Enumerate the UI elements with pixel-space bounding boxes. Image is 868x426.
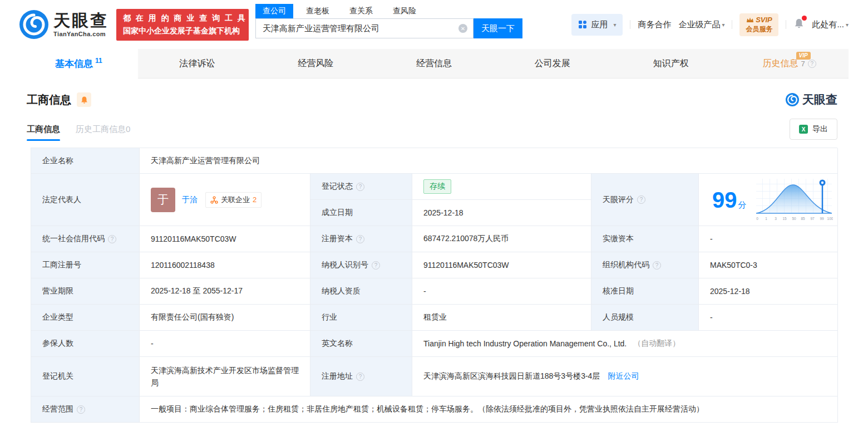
business-cooperation-link[interactable]: 商务合作: [638, 19, 671, 30]
enterprise-products-label: 企业级产品: [678, 19, 720, 30]
tab-basic-info[interactable]: 基本信息 11: [19, 49, 138, 79]
promo-line2: 国家中小企业发展子基金旗下机构: [123, 26, 242, 36]
field-value-taxpayer-id: 91120116MAK50TC03W: [412, 252, 591, 278]
subscribe-bell-icon[interactable]: [77, 92, 91, 107]
svip-member-button[interactable]: SVIP 会员服务: [739, 13, 778, 36]
promo-banner[interactable]: 都 在 用 的 商 业 查 询 工 具 国家中小企业发展子基金旗下机构: [116, 9, 249, 41]
help-icon[interactable]: ?: [356, 373, 364, 381]
watermark-text: 天眼查: [802, 92, 837, 107]
field-value-approval-date: 2025-12-18: [699, 278, 838, 305]
svg-text:15: 15: [782, 217, 787, 221]
field-value-registered-address: 天津滨海高新区滨海科技园日新道188号3号楼3-4层 附近公司: [412, 357, 838, 396]
field-label-approval-date: 核准日期: [591, 278, 699, 305]
export-button[interactable]: X 导出: [790, 119, 837, 140]
help-icon[interactable]: ?: [77, 405, 85, 414]
field-label-industry: 行业: [310, 305, 412, 331]
legal-rep-avatar[interactable]: 于: [151, 188, 175, 212]
tab-label: 知识产权: [653, 58, 689, 70]
svg-text:1: 1: [765, 217, 767, 221]
help-icon[interactable]: ?: [653, 261, 661, 270]
tab-intellectual-property[interactable]: 知识产权: [611, 49, 730, 78]
field-value-establish-date: 2025-12-18: [412, 200, 591, 226]
svg-text:85: 85: [801, 217, 805, 221]
field-label-registered-address: 注册地址?: [310, 357, 412, 396]
notifications-bell-icon[interactable]: [793, 18, 805, 31]
help-icon[interactable]: ?: [372, 261, 380, 270]
field-value-company-type: 有限责任公司(国有独资): [140, 305, 310, 331]
search-type-tabs: 查公司 查老板 查关系 查风险: [255, 4, 522, 18]
score-distribution-chart: 0 1 3 15 50 85 97 99 100: [755, 177, 833, 223]
tianyancha-watermark-icon: [786, 93, 799, 106]
enterprise-products-menu[interactable]: 企业级产品 ▾: [678, 19, 724, 30]
clear-search-icon[interactable]: ✕: [458, 24, 467, 33]
tab-history-info[interactable]: 历史信息 7 ? VIP: [730, 49, 849, 78]
search-area: 查公司 查老板 查关系 查风险 ✕ 天眼一下: [255, 4, 522, 38]
legal-rep-name-link[interactable]: 于洽: [182, 195, 198, 205]
related-companies-badge[interactable]: 关联企业 2: [205, 192, 262, 208]
subtab-business-info[interactable]: 工商信息: [27, 124, 60, 141]
field-label-english-name: 英文名称: [310, 331, 412, 357]
search-button[interactable]: 天眼一下: [474, 18, 522, 38]
notification-dot: [802, 16, 807, 21]
status-badge: 存续: [423, 179, 451, 194]
field-value-registered-capital: 687472.210078万人民币: [412, 226, 591, 252]
svg-text:50: 50: [792, 217, 796, 221]
related-companies-count: 2: [253, 195, 257, 204]
business-info-subtabs: 工商信息 历史工商信息0: [27, 124, 130, 141]
field-label-paid-capital: 实缴资本: [591, 226, 699, 252]
tab-company-development[interactable]: 公司发展: [493, 49, 611, 78]
field-value-staff-size: -: [699, 305, 838, 331]
excel-icon: X: [799, 125, 808, 134]
tab-label: 历史信息: [762, 58, 798, 70]
tab-count: 11: [95, 57, 102, 65]
tianyancha-logo-icon: [19, 10, 48, 39]
user-menu[interactable]: 此处有... ▾: [812, 19, 849, 30]
field-label-insured-count: 参保人数: [31, 331, 140, 357]
help-icon[interactable]: ?: [108, 235, 116, 243]
search-tab-company[interactable]: 查公司: [255, 4, 293, 18]
tianyancha-logo[interactable]: 天眼查 TianYanCha.com: [19, 10, 108, 39]
field-value-registration-number: 120116002118438: [140, 252, 310, 278]
score-axis-ticks: 0 1 3 15 50 85 97 99 100: [756, 217, 833, 221]
tianyancha-company-page: 天眼查 TianYanCha.com 都 在 用 的 商 业 查 询 工 具 国…: [0, 0, 868, 426]
help-icon[interactable]: ?: [637, 195, 645, 204]
help-icon[interactable]: ?: [356, 183, 364, 191]
field-value-organization-code: MAK50TC0-3: [699, 252, 838, 278]
field-value-paid-capital: -: [699, 226, 838, 252]
search-tab-relation[interactable]: 查关系: [342, 4, 380, 18]
tab-operating-risk[interactable]: 经营风险: [257, 49, 375, 78]
field-label-company-name: 企业名称: [31, 148, 140, 174]
divider: [732, 20, 732, 29]
field-label-registration-status: 登记状态?: [310, 174, 412, 200]
help-icon[interactable]: ?: [808, 60, 816, 68]
tab-label: 基本信息: [55, 57, 93, 70]
apps-menu[interactable]: 应用 ▾: [571, 14, 623, 36]
help-icon[interactable]: ?: [356, 235, 364, 243]
search-input[interactable]: [256, 19, 473, 38]
search-tab-risk[interactable]: 查风险: [386, 4, 423, 18]
field-value-legal-representative: 于 于洽 关联企业 2: [140, 174, 310, 226]
chevron-down-icon: ▾: [613, 22, 616, 28]
tab-legal-litigation[interactable]: 法律诉讼: [138, 49, 257, 78]
field-value-registration-authority: 天津滨海高新技术产业开发区市场监督管理局: [140, 357, 310, 396]
score-unit: 分: [738, 200, 747, 210]
related-companies-label: 关联企业: [221, 195, 250, 205]
subtab-history-business-info[interactable]: 历史工商信息0: [76, 124, 130, 141]
chevron-down-icon: ▾: [722, 22, 724, 28]
svip-label: SVIP: [756, 16, 772, 24]
chevron-down-icon: ▾: [846, 22, 849, 28]
field-label-registered-capital: 注册资本?: [310, 226, 412, 252]
business-info-table: 企业名称 天津高新产业运营管理有限公司 法定代表人 于 于洽: [31, 148, 837, 423]
field-value-industry: 租赁业: [412, 305, 591, 331]
user-menu-label: 此处有...: [812, 19, 844, 30]
nearby-companies-link[interactable]: 附近公司: [608, 371, 639, 381]
tab-label: 法律诉讼: [179, 58, 215, 70]
field-value-business-scope: 一般项目：商业综合体管理服务；住房租赁；非居住房地产租赁；机械设备租赁；停车场服…: [140, 396, 838, 423]
tab-label: 公司发展: [535, 58, 570, 70]
export-button-label: 导出: [812, 124, 828, 134]
search-tab-boss[interactable]: 查老板: [299, 4, 337, 18]
field-value-taxpayer-quality: -: [412, 278, 591, 305]
tab-operating-info[interactable]: 经营信息: [375, 49, 494, 78]
svg-text:100: 100: [827, 217, 833, 221]
apps-grid-icon: [578, 20, 587, 29]
